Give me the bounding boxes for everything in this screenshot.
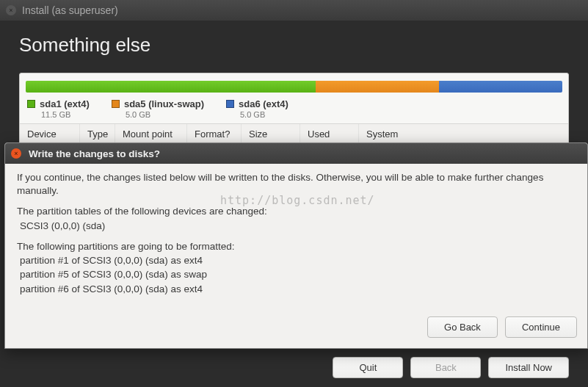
window-title: Install (as superuser) [22, 4, 118, 16]
quit-button[interactable]: Quit [333, 357, 403, 378]
partition-panel: sda1 (ext4) 11.5 GB sda5 (linux-swap) 5.… [19, 73, 569, 145]
disk-segment-sda5[interactable] [316, 81, 439, 93]
swatch-icon [112, 100, 120, 108]
partition-legend: sda1 (ext4) 11.5 GB sda5 (linux-swap) 5.… [20, 97, 568, 123]
dialog-intro: If you continue, the changes listed belo… [17, 171, 576, 198]
disk-usage-bar [26, 81, 562, 93]
swatch-icon [27, 100, 35, 108]
dialog-section2-item: partition #5 of SCSI3 (0,0,0) (sda) as s… [20, 268, 576, 281]
legend-label: sda5 (linux-swap) [124, 98, 204, 109]
th-type[interactable]: Type [80, 124, 115, 144]
dialog-section2-item: partition #6 of SCSI3 (0,0,0) (sda) as e… [20, 283, 576, 296]
continue-button[interactable]: Continue [505, 317, 577, 338]
back-button[interactable]: Back [410, 357, 481, 378]
swatch-icon [226, 100, 234, 108]
go-back-button[interactable]: Go Back [427, 317, 498, 338]
disk-segment-sda6[interactable] [439, 81, 562, 93]
legend-size: 5.0 GB [112, 110, 204, 119]
legend-size: 5.0 GB [226, 110, 288, 119]
legend-item: sda1 (ext4) 11.5 GB [27, 98, 90, 119]
close-icon[interactable]: × [6, 5, 16, 15]
th-format[interactable]: Format? [187, 124, 242, 144]
legend-label: sda1 (ext4) [40, 98, 90, 109]
legend-item: sda5 (linux-swap) 5.0 GB [112, 98, 204, 119]
legend-size: 11.5 GB [27, 110, 90, 119]
install-now-button[interactable]: Install Now [488, 357, 569, 378]
partition-table-header: Device Type Mount point Format? Size Use… [20, 123, 568, 145]
dialog-section2-item: partition #1 of SCSI3 (0,0,0) (sda) as e… [20, 254, 576, 267]
th-device[interactable]: Device [20, 124, 80, 144]
window-titlebar: × Install (as superuser) [0, 0, 588, 21]
dialog-section1-head: The partition tables of the following de… [17, 205, 576, 218]
confirm-dialog: × Write the changes to disks? If you con… [4, 142, 588, 349]
dialog-body: If you continue, the changes listed belo… [5, 164, 587, 311]
page-title: Something else [0, 21, 588, 73]
th-system[interactable]: System [359, 124, 568, 144]
legend-label: sda6 (ext4) [239, 98, 288, 109]
th-size[interactable]: Size [242, 124, 300, 144]
th-used[interactable]: Used [300, 124, 359, 144]
dialog-titlebar: × Write the changes to disks? [5, 143, 587, 164]
close-icon[interactable]: × [11, 148, 21, 159]
dialog-button-row: Go Back Continue [5, 311, 587, 348]
disk-segment-sda1[interactable] [26, 81, 316, 93]
installer-button-row: Quit Back Install Now [333, 357, 569, 378]
th-mount[interactable]: Mount point [115, 124, 187, 144]
dialog-section2-head: The following partitions are going to be… [17, 240, 576, 253]
dialog-section1-item: SCSI3 (0,0,0) (sda) [20, 220, 576, 233]
dialog-title: Write the changes to disks? [29, 148, 160, 159]
legend-item: sda6 (ext4) 5.0 GB [226, 98, 288, 119]
